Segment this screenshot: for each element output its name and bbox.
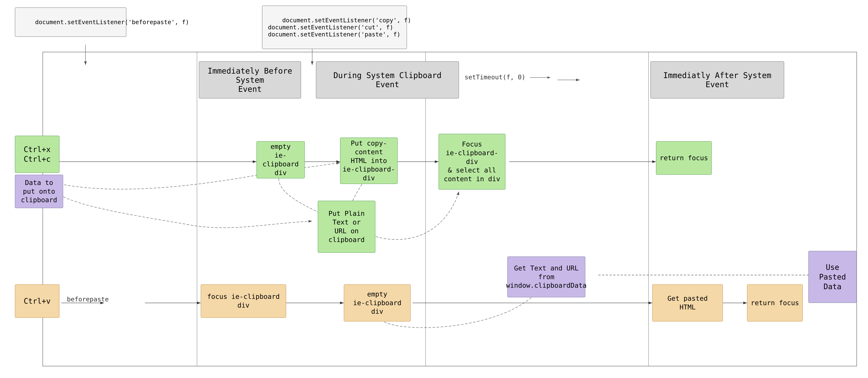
- node-put-copy-content: Put copy-contentHTML intoie-clipboard-di…: [340, 137, 398, 184]
- node-get-pasted-html: Get pastedHTML: [652, 284, 723, 321]
- node-get-text-url: Get Text and URL fromwindow.clipboardDat…: [507, 256, 585, 297]
- node-empty-ie-paste: emptyie-clipboard div: [344, 284, 411, 321]
- node-return-focus-paste: return focus: [747, 284, 803, 321]
- code-box-clipboard-events: document.setEventListener('copy', f)docu…: [262, 6, 407, 49]
- node-focus-ie-select-text: Focusie-clipboard-div& select allcontent…: [441, 140, 503, 183]
- node-data-put-text: Data to put ontoclipboard: [18, 179, 61, 204]
- node-get-text-url-text: Get Text and URL fromwindow.clipboardDat…: [506, 264, 586, 290]
- node-empty-ie-copy-text: emptyie-clipboard div: [259, 143, 302, 177]
- node-ctrl-v-text: Ctrl+v: [24, 296, 51, 306]
- node-use-pasted-data: Use PastedData: [808, 251, 857, 303]
- node-use-pasted-data-text: Use PastedData: [811, 262, 854, 291]
- phase-header-after: Immediatly After System Event: [650, 61, 784, 98]
- phase-header-before-text: Immediately Before SystemEvent: [204, 66, 296, 94]
- node-put-plain-text: Put Plain Text orURL onclipboard: [318, 201, 375, 253]
- node-ctrl-xc-text: Ctrl+xCtrl+c: [24, 145, 51, 164]
- beforepaste-label: beforepaste: [67, 295, 109, 303]
- settimeout-label: setTimeout(f, 0): [465, 73, 552, 81]
- code-box-beforepaste-text: document.setEventListener('beforepaste',…: [35, 19, 189, 26]
- node-focus-ie-select: Focusie-clipboard-div& select allcontent…: [439, 134, 505, 190]
- phase-header-after-text: Immediatly After System Event: [655, 71, 779, 89]
- node-empty-ie-copy: emptyie-clipboard div: [256, 141, 305, 179]
- phase-header-during: During System Clipboard Event: [316, 61, 459, 98]
- node-put-copy-content-text: Put copy-contentHTML intoie-clipboard-di…: [343, 139, 395, 183]
- phase-header-before: Immediately Before SystemEvent: [199, 61, 301, 98]
- svg-rect-2: [43, 52, 857, 366]
- node-return-focus-copy: return focus: [656, 141, 712, 175]
- arrows-svg: [0, 0, 868, 378]
- node-focus-ie-paste: focus ie-clipboard div: [201, 284, 286, 318]
- node-get-pasted-html-text: Get pastedHTML: [668, 294, 708, 312]
- node-ctrl-xc: Ctrl+xCtrl+c: [15, 136, 59, 173]
- code-box-clipboard-events-text: document.setEventListener('copy', f)docu…: [268, 17, 411, 38]
- node-put-plain-text-text: Put Plain Text orURL onclipboard: [320, 209, 373, 244]
- code-box-beforepaste: document.setEventListener('beforepaste',…: [15, 7, 126, 37]
- node-focus-ie-paste-text: focus ie-clipboard div: [203, 292, 284, 310]
- node-ctrl-v: Ctrl+v: [15, 284, 59, 318]
- node-return-focus-copy-text: return focus: [660, 154, 708, 162]
- node-return-focus-paste-text: return focus: [751, 298, 799, 307]
- node-empty-ie-paste-text: emptyie-clipboard div: [346, 290, 408, 316]
- diagram-container: document.setEventListener('beforepaste',…: [0, 0, 868, 378]
- phase-header-during-text: During System Clipboard Event: [321, 71, 454, 89]
- node-data-put: Data to put ontoclipboard: [15, 175, 63, 208]
